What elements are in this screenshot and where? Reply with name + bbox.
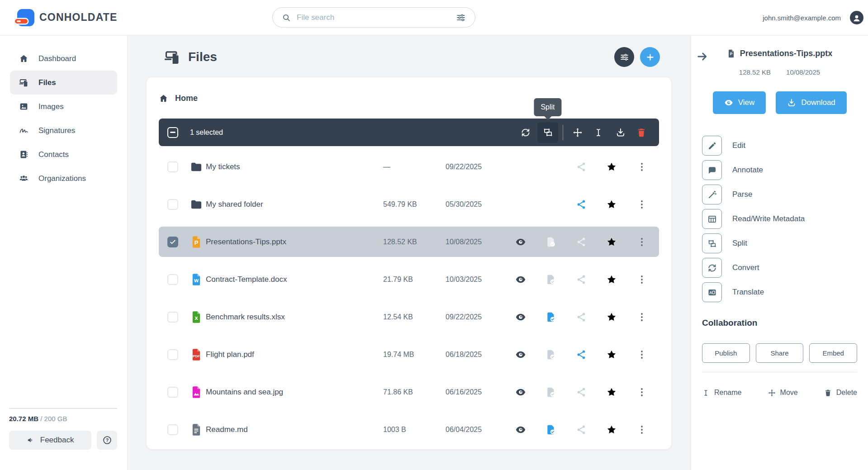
file-row[interactable]: PDF Flight plan.pdf 19.74 MB 06/18/2025 xyxy=(159,336,659,373)
rename-icon[interactable] xyxy=(593,128,603,138)
search-icon xyxy=(282,13,291,22)
file-row[interactable]: Readme.md 1003 B 06/04/2025 xyxy=(159,411,659,448)
share-icon[interactable] xyxy=(576,349,587,360)
delete-button[interactable]: Delete xyxy=(824,389,857,397)
sidebar-item-files[interactable]: Files xyxy=(10,71,117,95)
sidebar-item-contacts[interactable]: Contacts xyxy=(10,142,117,166)
add-file-button[interactable] xyxy=(640,47,660,67)
page-title: Files xyxy=(188,50,217,64)
row-checkbox[interactable] xyxy=(167,274,178,285)
file-date: 05/30/2025 xyxy=(446,200,482,209)
share-icon[interactable] xyxy=(576,387,587,398)
breadcrumb[interactable]: Home xyxy=(159,89,198,107)
preview-eye-icon[interactable] xyxy=(515,349,526,360)
row-checkbox[interactable] xyxy=(167,312,178,323)
row-checkbox[interactable] xyxy=(167,237,178,247)
file-row[interactable]: My shared folder 549.79 KB 05/30/2025 xyxy=(159,185,659,223)
sidebar-item-dashboard[interactable]: Dashboard xyxy=(10,47,117,71)
feedback-button[interactable]: Feedback xyxy=(9,431,91,450)
row-checkbox[interactable] xyxy=(167,424,178,435)
download-button[interactable]: Download xyxy=(776,91,847,114)
document-status-icon[interactable] xyxy=(545,387,556,398)
document-status-icon[interactable] xyxy=(545,237,556,247)
split-button[interactable]: Split xyxy=(537,122,558,143)
document-status-icon[interactable] xyxy=(545,312,556,323)
document-status-icon[interactable] xyxy=(545,349,556,360)
eye-icon xyxy=(724,98,733,107)
favorite-star-icon[interactable] xyxy=(606,349,617,360)
sidebar-item-signatures[interactable]: Signatures xyxy=(10,119,117,142)
file-row[interactable]: Mountains and sea.jpg 71.86 KB 06/16/202… xyxy=(159,373,659,411)
share-icon[interactable] xyxy=(576,312,587,323)
more-options-icon[interactable] xyxy=(636,349,647,360)
row-checkbox[interactable] xyxy=(167,387,178,398)
action-metadata[interactable]: Read/Write Metadata xyxy=(702,207,857,231)
document-status-icon[interactable] xyxy=(545,274,556,285)
sidebar-item-label: Files xyxy=(38,78,56,87)
toolbar-divider xyxy=(563,125,563,140)
more-options-icon[interactable] xyxy=(636,424,647,435)
row-checkbox[interactable] xyxy=(167,199,178,210)
favorite-star-icon[interactable] xyxy=(606,274,617,285)
action-split[interactable]: Split xyxy=(702,231,857,256)
sidebar-item-images[interactable]: Images xyxy=(10,95,117,119)
share-button[interactable]: Share xyxy=(756,343,804,363)
preview-eye-icon[interactable] xyxy=(515,312,526,323)
favorite-star-icon[interactable] xyxy=(606,387,617,398)
favorite-star-icon[interactable] xyxy=(606,312,617,323)
download-icon xyxy=(787,98,796,107)
move-icon[interactable] xyxy=(573,128,583,138)
sidebar-item-label: Contacts xyxy=(38,150,69,159)
download-icon[interactable] xyxy=(616,128,626,138)
help-button[interactable] xyxy=(97,431,117,450)
view-button[interactable]: View xyxy=(713,91,766,114)
more-options-icon[interactable] xyxy=(636,312,647,323)
action-annotate[interactable]: Annotate xyxy=(702,158,857,182)
more-options-icon[interactable] xyxy=(636,387,647,398)
preview-eye-icon[interactable] xyxy=(515,274,526,285)
move-button[interactable]: Move xyxy=(768,389,798,397)
share-icon[interactable] xyxy=(576,274,587,285)
file-row[interactable]: My tickets — 09/22/2025 xyxy=(159,148,659,185)
file-row[interactable]: x Benchmark results.xlsx 12.54 KB 09/22/… xyxy=(159,298,659,336)
preview-eye-icon[interactable] xyxy=(515,387,526,398)
more-options-icon[interactable] xyxy=(636,274,647,285)
avatar[interactable] xyxy=(850,11,863,24)
select-all-checkbox[interactable] xyxy=(167,127,178,138)
file-row-selected[interactable]: P Presentations-Tips.pptx 128.52 KB 10/0… xyxy=(159,223,659,261)
comment-icon xyxy=(707,166,717,175)
favorite-star-icon[interactable] xyxy=(606,237,617,247)
file-row[interactable]: w Contract-Template.docx 21.79 KB 10/03/… xyxy=(159,261,659,298)
sidebar-item-organizations[interactable]: Organizations xyxy=(10,166,117,190)
document-status-icon[interactable] xyxy=(545,424,556,435)
preview-eye-icon[interactable] xyxy=(515,424,526,435)
favorite-star-icon[interactable] xyxy=(606,199,617,210)
more-options-icon[interactable] xyxy=(636,161,647,172)
delete-icon[interactable] xyxy=(636,128,646,138)
action-convert[interactable]: Convert xyxy=(702,256,857,280)
rename-button[interactable]: Rename xyxy=(702,389,741,397)
favorite-star-icon[interactable] xyxy=(606,424,617,435)
action-parse[interactable]: Parse xyxy=(702,182,857,207)
convert-icon[interactable] xyxy=(521,128,531,138)
share-icon[interactable] xyxy=(576,237,587,247)
share-icon[interactable] xyxy=(576,161,587,172)
table-icon xyxy=(707,214,717,224)
more-options-icon[interactable] xyxy=(636,237,647,247)
search-input[interactable] xyxy=(297,13,450,22)
view-settings-button[interactable] xyxy=(614,47,634,67)
search-filter-icon[interactable] xyxy=(456,13,466,23)
favorite-star-icon[interactable] xyxy=(606,161,617,172)
embed-button[interactable]: Embed xyxy=(809,343,857,363)
action-edit[interactable]: Edit xyxy=(702,133,857,158)
panel-file-size: 128.52 KB xyxy=(739,68,771,76)
publish-button[interactable]: Publish xyxy=(702,343,750,363)
preview-eye-icon[interactable] xyxy=(515,237,526,247)
more-options-icon[interactable] xyxy=(636,199,647,210)
action-translate[interactable]: Translate xyxy=(702,280,857,304)
share-icon[interactable] xyxy=(576,199,587,210)
row-checkbox[interactable] xyxy=(167,349,178,360)
row-checkbox[interactable] xyxy=(167,161,178,172)
file-name: Flight plan.pdf xyxy=(206,350,254,359)
share-icon[interactable] xyxy=(576,424,587,435)
